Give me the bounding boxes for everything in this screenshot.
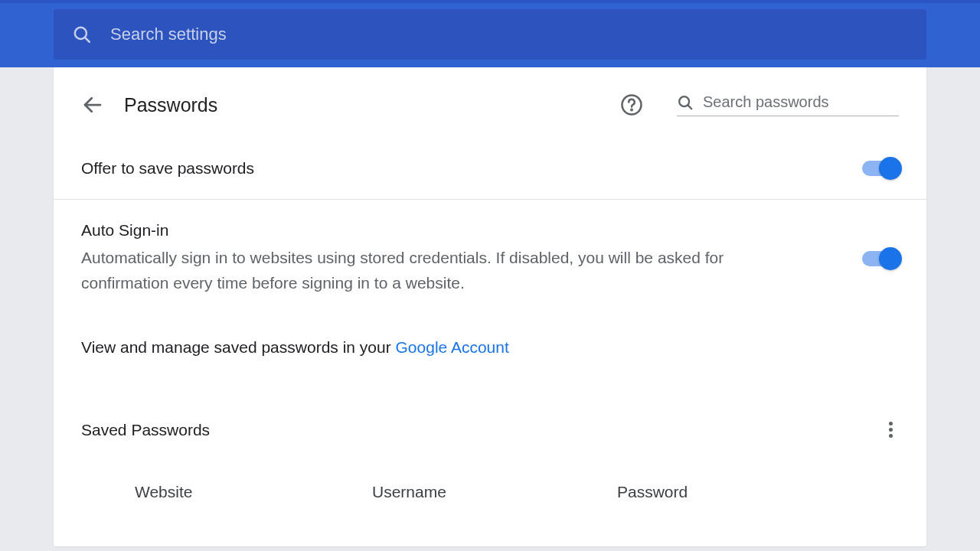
- toggle-thumb: [879, 157, 902, 180]
- arrow-left-icon: [81, 93, 104, 116]
- saved-passwords-section: Saved Passwords Website Username Passwor…: [54, 366, 926, 501]
- svg-point-4: [631, 109, 632, 111]
- back-button[interactable]: [78, 90, 107, 119]
- auto-signin-toggle[interactable]: [862, 251, 899, 266]
- manage-row: View and manage saved passwords in your …: [54, 317, 926, 366]
- passwords-search[interactable]: [677, 93, 899, 116]
- saved-header: Saved Passwords: [81, 413, 899, 446]
- page-title: Passwords: [124, 94, 600, 116]
- offer-save-row: Offer to save passwords: [54, 138, 926, 200]
- settings-search-input[interactable]: [110, 24, 908, 44]
- search-icon: [72, 24, 92, 44]
- auto-signin-row: Auto Sign-in Automatically sign in to we…: [54, 200, 926, 317]
- auto-signin-desc: Automatically sign in to websites using …: [81, 246, 755, 295]
- overflow-menu-button[interactable]: [883, 413, 899, 446]
- google-account-link[interactable]: Google Account: [396, 338, 509, 356]
- toggle-thumb: [879, 247, 902, 270]
- manage-prefix: View and manage saved passwords in your: [81, 338, 396, 356]
- top-header: [0, 3, 980, 67]
- svg-line-6: [688, 105, 692, 109]
- col-website: Website: [135, 483, 372, 501]
- search-icon: [677, 94, 694, 111]
- auto-signin-title: Auto Sign-in: [81, 221, 831, 240]
- settings-search-bar[interactable]: [54, 9, 926, 60]
- card-header: Passwords: [54, 67, 926, 138]
- passwords-search-input[interactable]: [703, 93, 899, 111]
- passwords-card: Passwords Offer to save passwords: [54, 67, 926, 546]
- col-password: Password: [617, 483, 899, 501]
- offer-save-toggle[interactable]: [862, 161, 899, 176]
- content-wrap: Passwords Offer to save passwords: [0, 67, 980, 546]
- saved-title: Saved Passwords: [81, 421, 210, 439]
- help-button[interactable]: [617, 90, 646, 119]
- more-vert-icon: [889, 422, 893, 438]
- col-username: Username: [372, 483, 617, 501]
- auto-signin-text: Auto Sign-in Automatically sign in to we…: [81, 221, 831, 295]
- svg-line-1: [85, 37, 89, 41]
- saved-table-header: Website Username Password: [81, 446, 899, 501]
- offer-save-title: Offer to save passwords: [81, 159, 831, 178]
- help-icon: [620, 93, 643, 116]
- offer-save-text: Offer to save passwords: [81, 159, 831, 178]
